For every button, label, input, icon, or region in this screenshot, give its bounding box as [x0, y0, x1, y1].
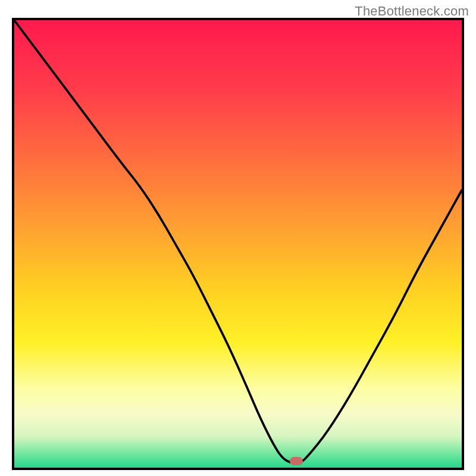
watermark-text: TheBottleneck.com: [355, 4, 469, 19]
optimal-point-marker: [290, 457, 303, 465]
plot-area: [12, 18, 464, 470]
bottleneck-curve: [14, 20, 462, 468]
chart-frame: TheBottleneck.com: [0, 0, 476, 476]
